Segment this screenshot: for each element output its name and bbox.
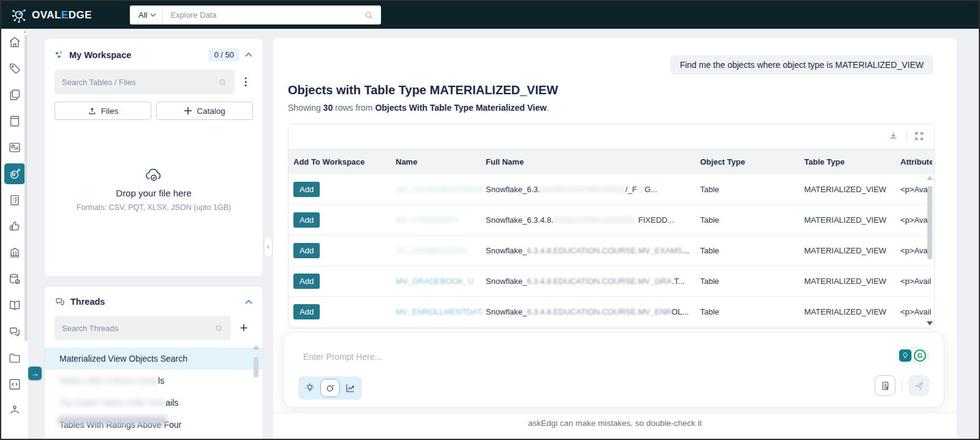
file-dropzone[interactable]: Drop your file here Formats: CSV, PQT, X… bbox=[45, 167, 263, 212]
scroll-thumb[interactable] bbox=[927, 186, 932, 259]
thread-item[interactable]: Tables With Column Details bbox=[45, 370, 263, 392]
clipboard-list-icon bbox=[8, 193, 21, 207]
search-icon[interactable] bbox=[364, 10, 374, 20]
report-chart-icon bbox=[8, 141, 21, 154]
bulb-badge-icon[interactable] bbox=[899, 349, 911, 362]
workspace-menu-button[interactable]: ⋮ bbox=[238, 78, 253, 86]
sidebar-item-business-glossary[interactable] bbox=[7, 114, 22, 129]
threads-title: Threads bbox=[70, 297, 105, 307]
sidebar-item-certification[interactable] bbox=[7, 219, 22, 234]
new-thread-button[interactable]: + bbox=[235, 320, 253, 336]
user-message-bubble: Find me the objects where object type is… bbox=[670, 55, 933, 75]
table-row: Add MV_EXAMSCHEDU Snowflake_6.3.4.8.EDUC… bbox=[288, 236, 934, 266]
send-button[interactable] bbox=[908, 375, 929, 396]
global-search-bar[interactable]: All Explore Data bbox=[130, 6, 381, 24]
toolbar-divider bbox=[907, 132, 907, 141]
rail-scroll-up-arrow[interactable]: ▲ bbox=[23, 29, 28, 34]
askedgi-robot-icon bbox=[8, 167, 21, 181]
lineage-icon bbox=[8, 404, 21, 417]
idea-mode-button[interactable] bbox=[304, 382, 315, 393]
cell-table-type: MATERIALIZED_VIEW bbox=[804, 185, 886, 194]
add-to-workspace-button[interactable]: Add bbox=[293, 212, 320, 228]
prompt-mode-toggles bbox=[298, 376, 362, 400]
upload-icon bbox=[88, 106, 97, 116]
threads-scrollbar[interactable] bbox=[253, 345, 259, 440]
thread-label: Top Rated Tables With Detaails bbox=[59, 398, 178, 408]
prompt-actions bbox=[875, 375, 929, 396]
table-row: Add MV_COURSERATINGSFEE Snowflake_6.3.4.… bbox=[288, 174, 934, 205]
results-subtitle: Showing 30 rows from Objects With Table … bbox=[288, 103, 549, 113]
cell-full-name: Snowflake_6.3.4.8.EDUCATION.COURSE FIXED… bbox=[486, 215, 699, 225]
add-to-workspace-button[interactable]: Add bbox=[293, 274, 320, 289]
search-icon bbox=[214, 324, 224, 333]
threads-search-input[interactable]: Search Threads bbox=[55, 316, 231, 340]
disclaimer-text: askEdgi can make mistakes, so double-che… bbox=[273, 412, 957, 428]
prompt-input[interactable]: Enter Prompt Here... bbox=[303, 352, 382, 362]
scroll-up-arrow[interactable] bbox=[253, 345, 259, 349]
thread-list: Materialized View Objects SearchTables W… bbox=[45, 348, 263, 436]
sidebar-expand-button[interactable]: → bbox=[28, 367, 42, 380]
sidebar-item-reports[interactable] bbox=[7, 140, 22, 155]
sidebar-item-file-manager[interactable] bbox=[7, 351, 22, 365]
sparkle-circle-icon bbox=[325, 383, 336, 393]
add-to-workspace-button[interactable]: Add bbox=[293, 304, 320, 319]
table-body: Add MV_COURSERATINGSFEE Snowflake_6.3.4.… bbox=[288, 174, 934, 327]
sidebar-item-lineage[interactable] bbox=[7, 403, 22, 418]
add-to-workspace-button[interactable]: Add bbox=[293, 182, 320, 197]
scroll-down-arrow[interactable] bbox=[927, 321, 933, 326]
askedgi-g-logo[interactable]: G bbox=[914, 349, 926, 362]
add-to-workspace-button[interactable]: Add bbox=[293, 243, 320, 258]
sidebar-item-query-sheet[interactable] bbox=[7, 377, 22, 392]
cell-full-name: Snowflake_6.3.4.8.EDUCATION.COURSE.MV_EN… bbox=[486, 307, 699, 316]
sidebar-item-governance[interactable] bbox=[7, 245, 22, 260]
expand-icon[interactable] bbox=[914, 131, 924, 141]
workspace-title: My Workspace bbox=[69, 50, 131, 60]
code-icon bbox=[8, 378, 21, 391]
dropzone-formats: Formats: CSV, PQT, XLSX, JSON (upto 1GB) bbox=[45, 203, 263, 212]
discover-mode-button-selected[interactable] bbox=[320, 379, 340, 397]
cell-table-type: MATERIALIZED_VIEW bbox=[804, 215, 886, 225]
scroll-up-arrow[interactable] bbox=[927, 176, 933, 180]
sidebar-item-collaboration[interactable] bbox=[7, 324, 22, 339]
actions-divider bbox=[902, 379, 902, 392]
sidebar-item-literacy[interactable] bbox=[7, 298, 22, 313]
open-book-icon bbox=[8, 299, 21, 312]
ovaledge-logo[interactable]: OvalEdge bbox=[11, 7, 92, 23]
table-scrollbar[interactable] bbox=[927, 176, 933, 326]
thread-item[interactable]: Tables With Ratings Above Four bbox=[45, 414, 263, 436]
thread-item[interactable]: Top Rated Tables With Detaails bbox=[45, 392, 263, 414]
sidebar-item-home[interactable] bbox=[7, 35, 22, 50]
database-check-icon bbox=[8, 272, 21, 286]
search-scope-dropdown[interactable]: All bbox=[130, 10, 162, 20]
cell-table-type: MATERIALIZED_VIEW bbox=[804, 277, 886, 286]
global-search-input[interactable]: Explore Data bbox=[163, 10, 364, 20]
prompt-composer: Enter Prompt Here... G bbox=[283, 332, 944, 408]
scroll-thumb[interactable] bbox=[254, 357, 258, 378]
rail-scrollbar[interactable] bbox=[24, 35, 28, 341]
sidebar-item-askedgi[interactable] bbox=[4, 163, 25, 184]
threads-icon bbox=[55, 296, 66, 307]
cell-full-name: Snowflake_6.3.4.8.EDUCATION.COUR/_FIXG..… bbox=[486, 185, 699, 194]
trend-chart-icon bbox=[345, 382, 356, 393]
sidebar-item-projects[interactable] bbox=[7, 193, 22, 207]
sidebar-item-data-quality[interactable] bbox=[7, 272, 22, 286]
sidebar-item-data-catalog[interactable] bbox=[7, 88, 22, 102]
thread-item[interactable]: Materialized View Objects Search bbox=[45, 348, 263, 370]
files-upload-button[interactable]: Files bbox=[55, 102, 151, 120]
threads-collapse-chevron[interactable] bbox=[244, 299, 253, 305]
cell-object-type: Table bbox=[700, 215, 719, 225]
sidebar-item-tags[interactable] bbox=[7, 61, 22, 76]
add-catalog-button[interactable]: Catalog bbox=[156, 102, 253, 120]
plus-icon bbox=[184, 106, 192, 115]
workspace-collapse-chevron[interactable] bbox=[244, 52, 253, 58]
download-icon[interactable] bbox=[888, 131, 899, 141]
workspace-cluster-icon bbox=[55, 50, 64, 60]
left-icon-rail: ▲ bbox=[1, 29, 29, 440]
chart-mode-button[interactable] bbox=[345, 382, 356, 393]
bank-icon bbox=[8, 246, 21, 259]
cell-name: MV_ENROLLMENTDATA bbox=[396, 307, 483, 316]
panel-collapse-handle[interactable]: ‹ bbox=[264, 236, 273, 257]
summary-document-button[interactable] bbox=[875, 375, 895, 396]
workspace-search-input[interactable]: Search Tables / Files bbox=[55, 70, 235, 94]
cell-name: MV_EXAMSCHEDU bbox=[396, 246, 483, 255]
